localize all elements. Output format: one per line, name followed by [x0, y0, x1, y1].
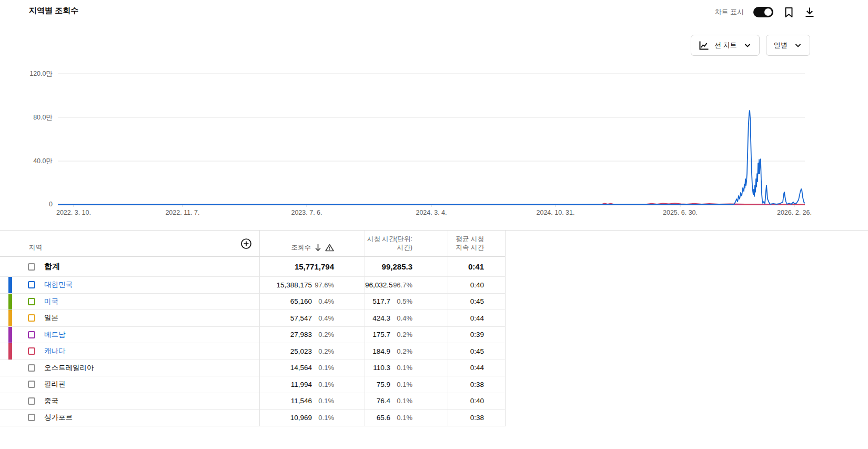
metric-percent: 0.5%	[390, 297, 412, 305]
metric-value: 14,564	[290, 364, 312, 372]
analytics-page: 지역별 조회수 차트 표시 선 차트 일별 040.0만80.0만120.0만2…	[0, 0, 868, 449]
metric-value: 15,388,175	[276, 281, 312, 289]
metric-percent: 0.2%	[390, 347, 412, 355]
metric-percent: 0.2%	[390, 331, 412, 338]
metric-value: 0:45	[470, 297, 484, 305]
metric-value: 99,285.3	[382, 262, 412, 271]
metric-value: 15,771,794	[295, 262, 334, 271]
metric-value: 65,160	[290, 297, 312, 305]
metric-value: 175.7	[372, 331, 390, 338]
metric-value: 27,983	[290, 331, 312, 338]
table-row[interactable]: 베트남27,9830.2%175.70.2%0:39	[0, 327, 868, 344]
region-name: 오스트레일리아	[44, 363, 94, 373]
metric-value: 110.3	[373, 364, 390, 372]
row-checkbox[interactable]	[28, 347, 35, 355]
table-row[interactable]: 필리핀11,9940.1%75.90.1%0:38	[0, 376, 868, 393]
metric-percent: 0.1%	[390, 364, 412, 372]
x-axis-label: 2023. 7. 6.	[275, 209, 338, 216]
region-name: 싱가포르	[44, 413, 73, 422]
metric-percent: 97.6%	[312, 281, 334, 289]
metric-percent: 0.4%	[312, 314, 334, 322]
plus-circle-icon	[240, 238, 252, 250]
region-name: 중국	[44, 396, 58, 406]
table-row[interactable]: 중국11,5460.1%76.40.1%0:40	[0, 393, 868, 410]
x-axis-label: 2022. 11. 7.	[151, 209, 214, 216]
metric-percent: 96.7%	[393, 281, 412, 289]
row-checkbox[interactable]	[28, 314, 35, 322]
metric-value: 0:41	[468, 262, 484, 271]
column-header-views[interactable]: 조회수	[291, 243, 311, 252]
sort-descending-icon[interactable]	[315, 244, 321, 252]
table-row[interactable]: 미국65,1600.4%517.70.5%0:45	[0, 294, 868, 311]
row-checkbox[interactable]	[28, 381, 35, 388]
region-name[interactable]: 캐나다	[44, 346, 66, 356]
metric-value: 0:39	[470, 331, 484, 338]
x-axis-label: 2022. 3. 10.	[42, 209, 105, 216]
y-axis-label: 0	[5, 201, 53, 208]
metric-value: 11,994	[291, 381, 312, 388]
metric-percent: 0.1%	[312, 397, 334, 405]
metric-value: 57,547	[290, 314, 312, 322]
row-checkbox[interactable]	[28, 281, 35, 288]
x-axis-label: 2024. 10. 31.	[524, 209, 587, 216]
metric-value: 0:40	[470, 397, 484, 405]
y-axis-label: 120.0만	[5, 69, 53, 78]
metric-percent: 0.1%	[390, 381, 412, 388]
metric-percent: 0.1%	[390, 397, 412, 405]
metric-percent: 0.2%	[312, 331, 334, 338]
region-name[interactable]: 베트남	[44, 330, 66, 340]
metric-value: 424.3	[372, 314, 390, 322]
table-row[interactable]: 오스트레일리아14,5640.1%110.30.1%0:44	[0, 360, 868, 377]
region-name: 필리핀	[44, 380, 66, 389]
row-checkbox[interactable]	[28, 397, 35, 405]
metric-percent: 0.1%	[390, 414, 412, 422]
x-axis-label: 2024. 3. 4.	[400, 209, 463, 216]
table-body: 합계15,771,79499,285.30:41대한민국15,388,17597…	[0, 257, 868, 426]
y-axis-label: 40.0만	[5, 157, 53, 166]
series-line-대한민국	[58, 111, 805, 205]
add-comparison-button[interactable]	[239, 237, 253, 251]
metric-percent: 0.2%	[312, 347, 334, 355]
metric-percent: 0.1%	[312, 381, 334, 388]
metric-value: 10,969	[290, 414, 312, 422]
metric-value: 184.9	[372, 347, 390, 355]
row-checkbox[interactable]	[28, 263, 35, 271]
table-row[interactable]: 합계15,771,79499,285.30:41	[0, 257, 868, 277]
metric-value: 0:38	[470, 381, 484, 388]
region-name[interactable]: 대한민국	[44, 280, 73, 290]
region-name: 합계	[44, 262, 60, 272]
y-axis-label: 80.0만	[5, 113, 53, 122]
metric-value: 11,546	[291, 397, 312, 405]
region-name[interactable]: 미국	[44, 297, 58, 306]
row-checkbox[interactable]	[28, 364, 35, 372]
line-chart: 040.0만80.0만120.0만2022. 3. 10.2022. 11. 7…	[0, 0, 868, 230]
x-axis-label: 2026. 2. 26.	[763, 209, 826, 216]
metric-percent: 0.4%	[390, 314, 412, 322]
metric-value: 96,032.5	[365, 281, 393, 289]
x-axis-label: 2025. 6. 30.	[649, 209, 712, 216]
row-checkbox[interactable]	[28, 298, 35, 305]
row-checkbox[interactable]	[28, 331, 35, 338]
column-header-watch-time[interactable]: 시청 시간(단위: 시간)	[365, 235, 412, 252]
row-checkbox[interactable]	[28, 414, 35, 421]
metric-value: 65.6	[377, 414, 390, 422]
metric-value: 75.9	[377, 381, 390, 388]
chart-svg	[0, 0, 868, 230]
metric-value: 517.7	[372, 297, 390, 305]
regions-table: 지역 조회수 시청 시간(단위: 시간) 평균 시청 지속 시간 합계15,77…	[0, 230, 868, 426]
metric-value: 0:44	[470, 314, 484, 322]
metric-value: 0:44	[470, 364, 484, 372]
warning-icon[interactable]	[325, 244, 334, 252]
table-row[interactable]: 대한민국15,388,17597.6%96,032.596.7%0:40	[0, 277, 868, 294]
table-row[interactable]: 싱가포르10,9690.1%65.60.1%0:38	[0, 410, 868, 426]
column-header-avg-duration[interactable]: 평균 시청 지속 시간	[448, 235, 484, 252]
column-header-region[interactable]: 지역	[29, 243, 42, 252]
metric-percent: 0.4%	[312, 297, 334, 305]
region-name: 일본	[44, 313, 58, 323]
table-row[interactable]: 캐나다25,0230.2%184.90.2%0:45	[0, 343, 868, 360]
metric-value: 0:45	[470, 347, 484, 355]
metric-value: 0:38	[470, 414, 484, 422]
table-row[interactable]: 일본57,5470.4%424.30.4%0:44	[0, 310, 868, 327]
metric-percent: 0.1%	[312, 414, 334, 422]
metric-value: 0:40	[470, 281, 484, 289]
